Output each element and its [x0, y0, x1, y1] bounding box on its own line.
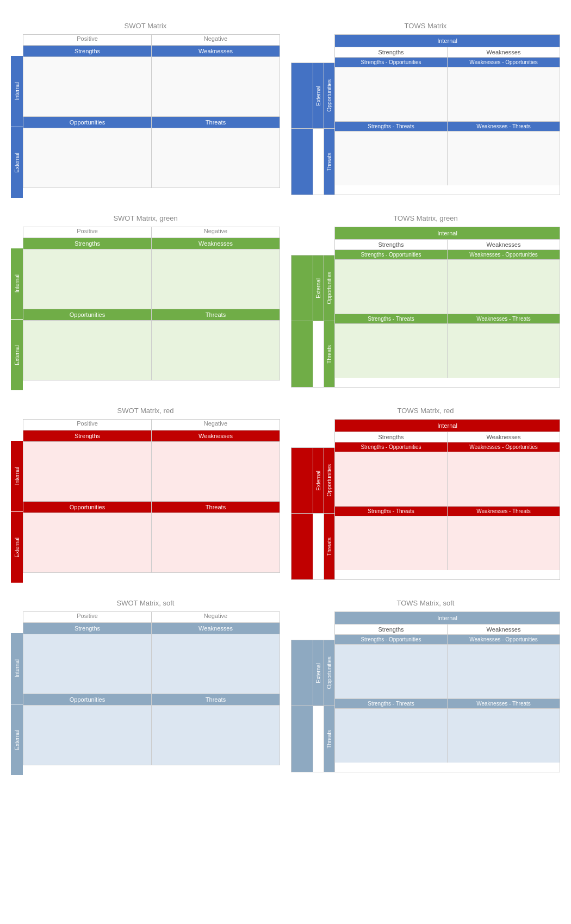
external-label: External [14, 153, 20, 173]
weaknesses-label: Weaknesses [152, 623, 280, 634]
wo-content[interactable] [448, 645, 560, 698]
positive-header: Positive [23, 227, 151, 238]
strengths-col: Strengths [335, 47, 448, 57]
opportunities-row-label: Opportunities [326, 464, 332, 496]
strengths-label: Strengths [23, 623, 152, 634]
swot-title: SWOT Matrix, green [11, 214, 280, 222]
wo-content[interactable] [448, 452, 560, 506]
opportunities-row-label: Opportunities [326, 272, 332, 304]
positive-header: Positive [23, 419, 151, 430]
negative-header: Negative [151, 419, 280, 430]
st-label: Strengths - Threats [335, 507, 448, 516]
external-label: External [14, 345, 20, 365]
threats-label: Threats [152, 502, 280, 513]
swot-matrix: SWOT Matrix, green Internal External Pos [11, 214, 280, 390]
tows-title: TOWS Matrix [291, 22, 560, 30]
threats-row-label: Threats [326, 153, 332, 171]
st-content[interactable] [335, 709, 448, 763]
weaknesses-label: Weaknesses [152, 430, 280, 441]
strengths-col: Strengths [335, 432, 448, 442]
so-content[interactable] [335, 260, 448, 314]
tows-title: TOWS Matrix, red [291, 407, 560, 415]
threats-row-label: Threats [326, 730, 332, 748]
st-label: Strengths - Threats [335, 122, 448, 131]
wt-label: Weaknesses - Threats [448, 507, 560, 516]
tows-matrix: TOWS Matrix, soft [291, 599, 560, 775]
matrix-row: SWOT Matrix, soft Internal External Posi [11, 599, 560, 775]
weaknesses-content[interactable] [152, 249, 280, 309]
wt-label: Weaknesses - Threats [448, 122, 560, 131]
opportunities-content[interactable] [23, 321, 152, 380]
tows-title: TOWS Matrix, soft [291, 599, 560, 607]
negative-header: Negative [151, 34, 280, 45]
strengths-col: Strengths [335, 625, 448, 634]
swot-title: SWOT Matrix, soft [11, 599, 280, 607]
internal-label: Internal [14, 82, 20, 100]
tows-matrix: TOWS Matrix, red [291, 407, 560, 583]
so-content[interactable] [335, 452, 448, 506]
wt-content[interactable] [448, 132, 560, 185]
opportunities-content[interactable] [23, 513, 152, 572]
wo-label: Weaknesses - Opportunities [448, 250, 560, 259]
opportunities-label: Opportunities [23, 117, 152, 128]
internal-label: Internal [14, 659, 20, 677]
so-label: Strengths - Opportunities [335, 58, 448, 67]
threats-content[interactable] [152, 706, 280, 765]
threats-content[interactable] [152, 513, 280, 572]
weaknesses-label: Weaknesses [152, 238, 280, 249]
so-label: Strengths - Opportunities [335, 635, 448, 644]
weaknesses-content[interactable] [152, 57, 280, 116]
st-content[interactable] [335, 324, 448, 378]
st-label: Strengths - Threats [335, 699, 448, 708]
so-content[interactable] [335, 67, 448, 121]
internal-header: Internal [335, 420, 560, 432]
strengths-content[interactable] [23, 57, 152, 116]
swot-title: SWOT Matrix, red [11, 407, 280, 415]
st-content[interactable] [335, 132, 448, 185]
wt-content[interactable] [448, 324, 560, 378]
wo-content[interactable] [448, 67, 560, 121]
opportunities-label: Opportunities [23, 694, 152, 705]
wt-content[interactable] [448, 516, 560, 570]
strengths-label: Strengths [23, 430, 152, 441]
tows-title: TOWS Matrix, green [291, 214, 560, 222]
opportunities-content[interactable] [23, 706, 152, 765]
weaknesses-content[interactable] [152, 634, 280, 694]
strengths-label: Strengths [23, 238, 152, 249]
opportunities-label: Opportunities [23, 309, 152, 320]
st-content[interactable] [335, 516, 448, 570]
weaknesses-col: Weaknesses [448, 47, 560, 57]
strengths-label: Strengths [23, 46, 152, 57]
wo-label: Weaknesses - Opportunities [448, 635, 560, 644]
wt-content[interactable] [448, 709, 560, 763]
wt-label: Weaknesses - Threats [448, 699, 560, 708]
internal-header: Internal [335, 612, 560, 624]
swot-matrix: SWOT Matrix Internal External Positive [11, 22, 280, 198]
wo-content[interactable] [448, 260, 560, 314]
swot-matrix: SWOT Matrix, red Internal External Posit [11, 407, 280, 583]
st-label: Strengths - Threats [335, 314, 448, 323]
threats-row-label: Threats [326, 345, 332, 364]
weaknesses-col: Weaknesses [448, 240, 560, 249]
threats-content[interactable] [152, 321, 280, 380]
internal-header: Internal [335, 227, 560, 239]
so-label: Strengths - Opportunities [335, 442, 448, 452]
threats-row-label: Threats [326, 538, 332, 556]
external-label: External [315, 86, 321, 106]
tows-matrix: TOWS Matrix [291, 22, 560, 198]
weaknesses-label: Weaknesses [152, 46, 280, 57]
threats-label: Threats [152, 309, 280, 320]
external-label: External [14, 730, 20, 750]
threats-content[interactable] [152, 128, 280, 188]
swot-title: SWOT Matrix [11, 22, 280, 30]
opportunities-content[interactable] [23, 128, 152, 188]
strengths-content[interactable] [23, 634, 152, 694]
strengths-content[interactable] [23, 442, 152, 501]
strengths-content[interactable] [23, 249, 152, 309]
threats-label: Threats [152, 117, 280, 128]
weaknesses-col: Weaknesses [448, 432, 560, 442]
weaknesses-content[interactable] [152, 442, 280, 501]
opportunities-row-label: Opportunities [326, 79, 332, 111]
external-label: External [14, 538, 20, 558]
so-content[interactable] [335, 645, 448, 698]
